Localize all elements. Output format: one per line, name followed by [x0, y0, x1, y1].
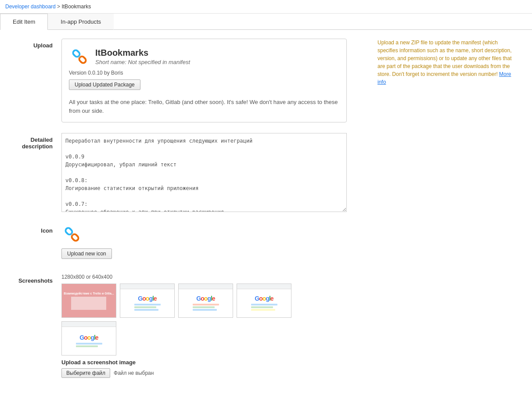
upload-screenshot-label: Upload a screenshot image: [61, 359, 518, 366]
tab-in-app-products[interactable]: In-app Products: [48, 14, 114, 30]
google-logo-5: Google: [79, 334, 98, 341]
app-icon: [69, 46, 90, 67]
google-logo-4: Google: [255, 295, 273, 302]
svg-line-6: [72, 234, 73, 235]
upload-button[interactable]: Upload Updated Package: [69, 79, 140, 90]
version-line: Version 0.0.10 by Boris: [69, 70, 339, 76]
screenshots-section: Screenshots 1280x800 or 640x400 Взаимоде…: [0, 274, 527, 378]
screenshot-thumb-3: Google: [178, 284, 233, 318]
app-name: ItBookmarks: [95, 48, 190, 58]
app-description: All your tasks at the one place: Trello,…: [69, 98, 339, 115]
short-name-value: Not specified in manifest: [128, 59, 190, 65]
mini-browser-content-3: Google: [179, 289, 233, 317]
breadcrumb-separator: >: [57, 4, 60, 10]
upload-field: ItBookmarks Short name: Not specified in…: [61, 39, 369, 122]
screenshots-size-hint: 1280x800 or 640x400: [61, 274, 518, 280]
screenshots-grid: Взаимодействие с Trello и Gitla... Googl…: [61, 284, 518, 356]
upload-box: ItBookmarks Short name: Not specified in…: [61, 39, 347, 122]
upload-header: ItBookmarks Short name: Not specified in…: [69, 46, 339, 67]
breadcrumb-parent-link[interactable]: Developer dashboard: [5, 4, 56, 10]
main-content: Upload ItBookmarks: [0, 30, 527, 397]
detailed-description-section: Detailed description: [0, 133, 527, 213]
screenshot-thumb-4: Google: [237, 284, 291, 318]
upload-help-text: Upload a new ZIP file to update the mani…: [377, 40, 512, 77]
detailed-description-field: [61, 133, 518, 213]
mini-browser-bar-4: [237, 284, 291, 289]
no-file-text: Файл не выбран: [114, 370, 154, 376]
app-title-block: ItBookmarks Short name: Not specified in…: [95, 48, 190, 65]
mini-table-5: [76, 343, 102, 348]
icon-field: Upload new icon: [61, 224, 518, 263]
google-logo-3: Google: [196, 295, 215, 302]
icon-label: Icon: [9, 224, 61, 263]
breadcrumb-current: ItBookmarks: [61, 4, 91, 10]
screenshot-thumb-2: Google: [120, 284, 175, 318]
screenshots-label: Screenshots: [9, 274, 61, 378]
app-shortname: Short name: Not specified in manifest: [95, 59, 190, 65]
mini-browser-content-5: Google: [62, 327, 116, 355]
upload-icon-button[interactable]: Upload new icon: [61, 248, 112, 259]
icon-preview: [61, 224, 83, 245]
screenshot-thumb-5: Google: [61, 321, 116, 356]
upload-help: Upload a new ZIP file to update the mani…: [369, 39, 518, 122]
tabs-bar: Edit Item In-app Products: [0, 14, 532, 30]
mini-browser-bar-5: [62, 322, 116, 327]
short-name-label: Short name:: [95, 59, 126, 65]
upload-label: Upload: [9, 39, 61, 122]
svg-line-3: [79, 56, 80, 57]
mini-table-4: [251, 304, 277, 312]
screenshots-field: 1280x800 or 640x400 Взаимодействие с Tre…: [61, 274, 518, 378]
choose-file-button[interactable]: Выберите файл: [61, 368, 110, 378]
mini-browser-bar-2: [120, 284, 174, 289]
icon-section: Icon Upload new icon: [0, 224, 527, 263]
screenshot-thumb-1: Взаимодействие с Trello и Gitla...: [61, 284, 116, 318]
breadcrumb: Developer dashboard > ItBookmarks: [0, 0, 532, 14]
tab-edit-item[interactable]: Edit Item: [0, 14, 48, 30]
mini-table-2: [134, 304, 161, 312]
upload-section: Upload ItBookmarks: [0, 39, 527, 122]
google-logo-2: Google: [138, 295, 156, 302]
screenshots-row-2: Google: [61, 321, 518, 356]
mini-browser-content-2: Google: [120, 289, 174, 317]
mini-browser-content-4: Google: [237, 289, 291, 317]
detailed-description-textarea[interactable]: [61, 133, 347, 212]
detailed-description-label: Detailed description: [9, 133, 61, 213]
mini-browser-bar-3: [179, 284, 233, 289]
mini-table-3: [193, 304, 219, 312]
file-input-row: Выберите файл Файл не выбран: [61, 368, 518, 378]
